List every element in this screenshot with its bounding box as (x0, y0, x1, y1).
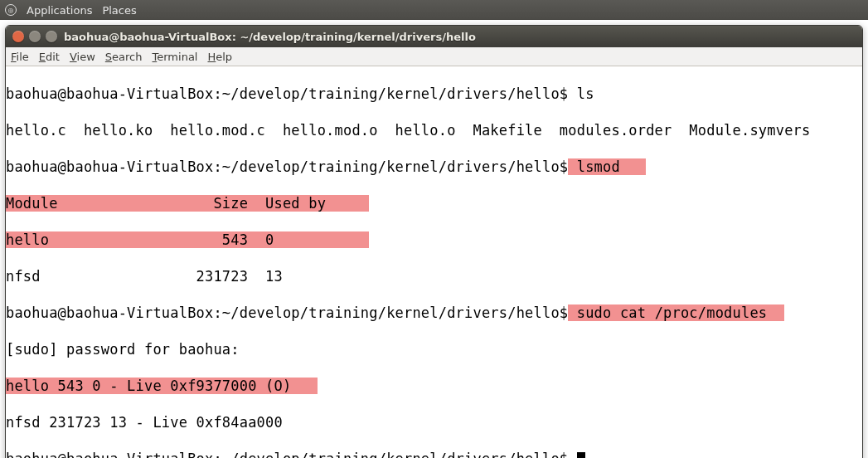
shell-prompt: baohua@baohua-VirtualBox:~/develop/train… (6, 85, 577, 102)
term-line: baohua@baohua-VirtualBox:~/develop/train… (6, 304, 862, 322)
term-line: baohua@baohua-VirtualBox:~/develop/train… (6, 158, 862, 176)
lsmod-row-highlighted: hello 543 0 (6, 231, 369, 248)
menu-terminal[interactable]: Terminal (153, 51, 198, 63)
lsmod-header-highlighted: Module Size Used by (6, 195, 369, 212)
shell-command-highlighted: lsmod (568, 158, 646, 175)
term-line: nfsd 231723 13 (6, 267, 862, 285)
window-buttons (12, 31, 57, 42)
term-line: nfsd 231723 13 - Live 0xf84aa000 (6, 413, 862, 431)
window-titlebar[interactable]: baohua@baohua-VirtualBox: ~/develop/trai… (6, 26, 862, 47)
window-maximize-button[interactable] (46, 31, 57, 42)
shell-command-highlighted: sudo cat /proc/modules (568, 305, 784, 321)
shell-prompt: baohua@baohua-VirtualBox:~/develop/train… (6, 305, 568, 321)
term-line: hello.c hello.ko hello.mod.c hello.mod.o… (6, 121, 862, 139)
terminal-output[interactable]: baohua@baohua-VirtualBox:~/develop/train… (6, 66, 862, 458)
term-line: hello 543 0 (6, 231, 862, 249)
menu-view[interactable]: View (70, 51, 95, 63)
shell-prompt: baohua@baohua-VirtualBox:~/develop/train… (6, 158, 568, 175)
proc-modules-line-highlighted: hello 543 0 - Live 0xf9377000 (O) (6, 378, 318, 394)
window-minimize-button[interactable] (29, 31, 41, 42)
shell-prompt: baohua@baohua-VirtualBox:~/develop/train… (6, 451, 577, 458)
desktop-top-panel: ◎ Applications Places (0, 0, 868, 20)
term-line: hello 543 0 - Live 0xf9377000 (O) (6, 377, 862, 395)
menu-file[interactable]: File (11, 51, 29, 63)
term-line: Module Size Used by (6, 194, 862, 212)
menu-edit[interactable]: Edit (39, 51, 60, 63)
menu-help[interactable]: Help (207, 51, 232, 63)
window-close-button[interactable] (12, 31, 24, 42)
menu-search[interactable]: Search (105, 51, 143, 63)
term-line: baohua@baohua-VirtualBox:~/develop/train… (6, 85, 862, 103)
terminal-window: baohua@baohua-VirtualBox: ~/develop/trai… (5, 25, 863, 458)
ubuntu-logo-icon: ◎ (5, 4, 17, 16)
shell-command: ls (577, 85, 594, 102)
app-menubar: File Edit View Search Terminal Help (6, 47, 862, 66)
term-line: [sudo] password for baohua: (6, 340, 862, 358)
window-title: baohua@baohua-VirtualBox: ~/develop/trai… (64, 31, 476, 43)
panel-places-menu[interactable]: Places (102, 4, 136, 17)
term-line: baohua@baohua-VirtualBox:~/develop/train… (6, 450, 862, 458)
terminal-cursor-icon (577, 452, 585, 458)
panel-applications-menu[interactable]: Applications (27, 4, 92, 17)
